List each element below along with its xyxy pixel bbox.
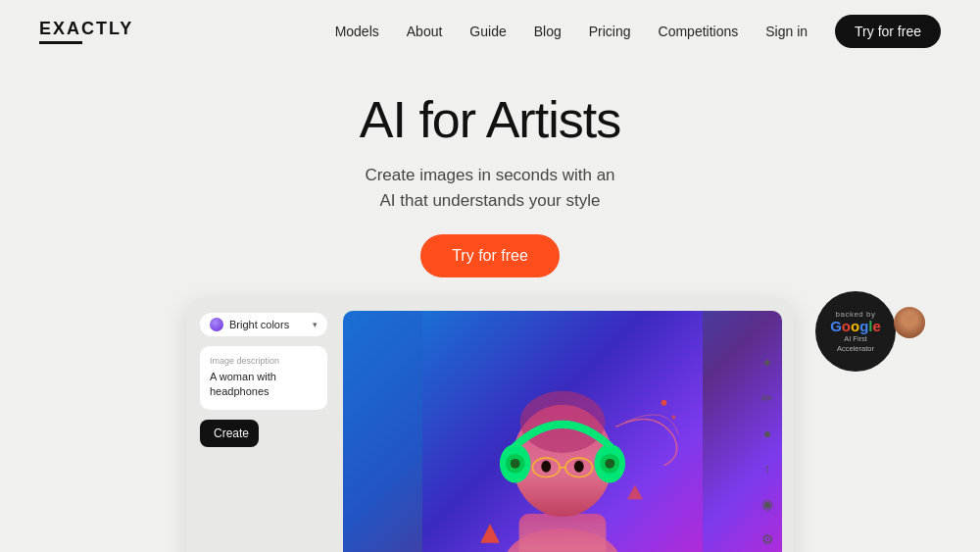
settings-icon[interactable]: ⚙	[755, 527, 780, 552]
logo-text: EXACTLY	[39, 19, 133, 39]
svg-point-19	[662, 400, 667, 406]
svg-rect-2	[519, 514, 607, 552]
input-label: Image description	[210, 356, 318, 366]
badge-brand: Google	[830, 319, 881, 335]
svg-point-20	[671, 416, 675, 420]
svg-point-12	[511, 459, 520, 469]
eye-icon[interactable]: ◉	[755, 491, 780, 517]
dot-icon[interactable]: ●	[755, 421, 780, 446]
hero-cta-button[interactable]: Try for free	[420, 234, 560, 277]
avatar-image	[894, 307, 925, 338]
model-name-text: Bright colors	[229, 319, 307, 330]
nav-models[interactable]: Models	[335, 24, 379, 39]
nav-links: Models About Guide Blog Pricing Competit…	[335, 15, 941, 48]
create-button[interactable]: Create	[200, 420, 259, 447]
nav-blog[interactable]: Blog	[534, 24, 562, 39]
svg-point-8	[541, 461, 551, 473]
image-description-box: Image description A woman with headphone…	[200, 346, 327, 410]
nav-pricing[interactable]: Pricing	[589, 24, 631, 39]
badge-sub2: Accelerator	[837, 344, 874, 354]
hero-title: AI for Artists	[360, 90, 620, 149]
left-panel: Bright colors ▾ Image description A woma…	[186, 299, 343, 552]
user-avatar	[894, 307, 925, 338]
magic-wand-icon[interactable]: ✦	[755, 350, 780, 376]
nav-about[interactable]: About	[407, 24, 443, 39]
brush-icon[interactable]: ✏	[755, 385, 780, 411]
svg-point-9	[574, 461, 584, 473]
navbar: EXACTLY Models About Guide Blog Pricing …	[0, 0, 980, 63]
hero-section: AI for Artists Create images in seconds …	[0, 63, 980, 277]
image-panel	[343, 311, 782, 552]
nav-try-free-button[interactable]: Try for free	[835, 15, 941, 48]
svg-point-15	[605, 459, 614, 469]
right-toolbar: ✦ ✏ ● ↑ ◉ ⚙	[755, 350, 780, 552]
upload-icon[interactable]: ↑	[755, 456, 780, 481]
nav-signin[interactable]: Sign in	[765, 24, 808, 39]
input-text-value[interactable]: A woman with headphones	[210, 370, 318, 400]
nav-guide[interactable]: Guide	[469, 24, 506, 39]
chevron-down-icon: ▾	[313, 320, 318, 329]
logo: EXACTLY	[39, 19, 133, 44]
model-selector[interactable]: Bright colors ▾	[200, 313, 327, 336]
logo-underline	[39, 41, 82, 44]
illustration-svg	[343, 311, 782, 552]
app-card: Bright colors ▾ Image description A woma…	[186, 299, 794, 552]
google-badge: backed by Google AI First Accelerator	[815, 291, 896, 372]
model-color-dot	[210, 318, 223, 331]
generated-image	[343, 311, 782, 552]
nav-competitions[interactable]: Competitions	[659, 24, 739, 39]
hero-subtitle: Create images in seconds with an AI that…	[365, 163, 614, 213]
mockup-area: backed by Google AI First Accelerator Br…	[0, 299, 980, 552]
badge-sub1: AI First	[844, 334, 867, 344]
